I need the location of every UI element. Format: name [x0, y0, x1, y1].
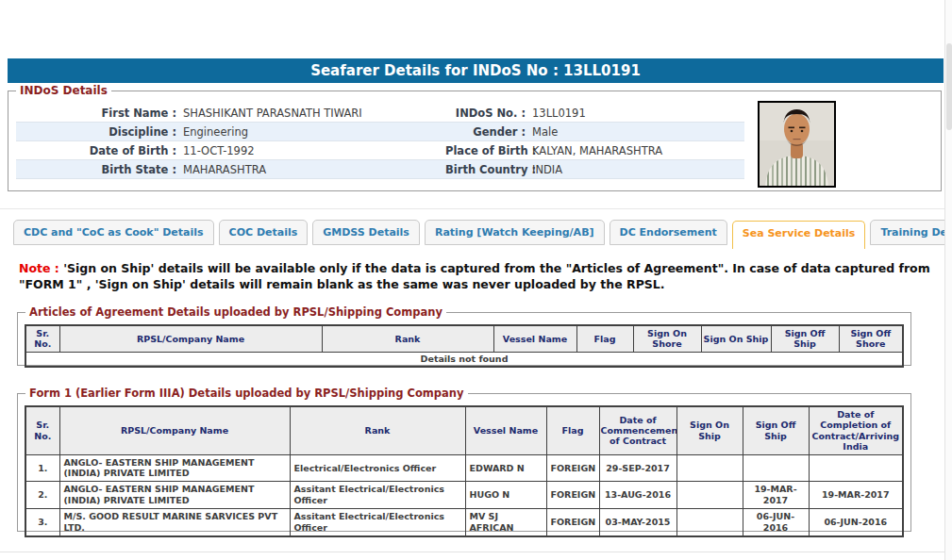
column-header: Sign On Ship [676, 406, 743, 454]
column-header: RPSL/Company Name [59, 406, 290, 454]
table-row: 3. M/S. GOOD RESULT MARINE SARVICES PVT … [25, 509, 903, 536]
tab-training-details[interactable]: Training Details [870, 220, 952, 245]
indos-row-first-name: First Name : SHASHIKANT PARASNATH TIWARI… [16, 104, 744, 123]
field-label: Discipline : [16, 125, 176, 139]
field-label: Birth Country : [445, 163, 526, 176]
articles-legend: Articles of Agreement Details uploaded b… [25, 305, 446, 319]
indos-row-date-of-birth: Date of Birth : 11-OCT-1992 Place of Bir… [16, 141, 744, 160]
field-label: Place of Birth : [445, 144, 526, 157]
cell-completion-date: 19-MAR-2017 [809, 482, 903, 509]
column-header: Rank [322, 325, 493, 352]
note-text: Note : 'Sign on Ship' details will be av… [19, 261, 932, 292]
page-title: Seafarer Details for INDoS No : 13LL0191 [8, 58, 944, 83]
indos-field-rows: First Name : SHASHIKANT PARASNATH TIWARI… [16, 104, 744, 179]
cell-sr-no: 2. [25, 482, 59, 509]
tab-rating-watch-keeping-ab[interactable]: Rating [Watch Keeping/AB] [425, 220, 605, 245]
scrollbar-thumb[interactable] [946, 43, 952, 130]
cell-company: ANGLO- EASTERN SHIP MANAGEMENT (INDIA) P… [59, 482, 290, 509]
cell-rank: Assitant Electrical/Electronics Officer [290, 482, 465, 509]
table-row: 1. ANGLO- EASTERN SHIP MANAGEMENT (INDIA… [25, 454, 903, 482]
tab-sea-service-details[interactable]: Sea Service Details [732, 221, 866, 249]
cell-sign-off-ship [743, 454, 809, 482]
column-header: Sr. No. [25, 325, 59, 352]
cell-sr-no: 1. [25, 454, 59, 482]
tab-strip: CDC and "CoC as Cook" Details COC Detail… [13, 220, 952, 245]
column-header: Flag [576, 325, 633, 352]
empty-message: Details not found [25, 352, 903, 367]
cell-vessel-name: HUGO N [465, 482, 546, 509]
indos-row-discipline: Discipline : Engineering Gender : Male [16, 123, 744, 141]
cell-flag: FOREIGN [546, 454, 599, 482]
column-header: Sign On Shore [633, 325, 701, 352]
field-label: First Name : [16, 107, 176, 120]
tab-dc-endorsement[interactable]: DC Endorsement [610, 220, 727, 245]
note-label: Note : [19, 261, 59, 275]
cell-sign-on-ship [676, 482, 743, 509]
cell-rank: Electrical/Electronics Officer [290, 454, 465, 482]
indos-details-legend: INDoS Details [16, 84, 111, 97]
seafarer-photo [758, 101, 836, 188]
cell-vessel-name: MV SJ AFRICAN [465, 509, 546, 536]
field-value: 13LL0191 [526, 107, 744, 120]
field-label: Date of Birth : [16, 144, 176, 157]
field-value: Male [526, 125, 744, 139]
form1-header-row: Sr. No.RPSL/Company NameRankVessel NameF… [25, 406, 903, 454]
seafarer-details-page: Seafarer Details for INDoS No : 13LL0191… [0, 0, 952, 560]
note-body: 'Sign on Ship' details will be available… [19, 261, 930, 291]
vertical-scrollbar[interactable] [944, 0, 952, 560]
field-value: INDIA [526, 163, 744, 176]
cell-company: M/S. GOOD RESULT MARINE SARVICES PVT LTD… [59, 509, 290, 536]
articles-header-row: Sr. No.RPSL/Company NameRankVessel NameF… [25, 325, 903, 352]
cell-company: ANGLO- EASTERN SHIP MANAGEMENT (INDIA) P… [59, 454, 290, 482]
form1-table-body: 1. ANGLO- EASTERN SHIP MANAGEMENT (INDIA… [25, 454, 903, 536]
form1-section: Form 1 (Earlier Form IIIA) Details uploa… [17, 387, 911, 532]
cell-sign-on-ship [676, 509, 743, 536]
column-header: Vessel Name [493, 325, 576, 352]
column-header: Flag [546, 406, 599, 454]
cell-commencement-date: 03-MAY-2015 [599, 509, 676, 536]
cell-completion-date [809, 454, 903, 482]
column-header: Sign Off Ship [743, 406, 809, 454]
indos-row-birth-state: Birth State : MAHARASHTRA Birth Country … [16, 160, 744, 179]
field-value: 11-OCT-1992 [176, 144, 445, 157]
column-header: Sign Off Ship [771, 325, 839, 352]
column-header: Date of Commencement of Contract [599, 406, 676, 454]
cell-rank: Assitant Electrical/Electronics Officer [290, 509, 465, 536]
field-label: Birth State : [16, 163, 176, 176]
cell-sign-on-ship [676, 454, 743, 482]
seafarer-photo-image [760, 103, 834, 186]
cell-commencement-date: 29-SEP-2017 [599, 454, 676, 482]
column-header: Sr. No. [25, 406, 59, 454]
tab-cdc-coc-as-cook-details[interactable]: CDC and "CoC as Cook" Details [13, 220, 214, 245]
separator-line [0, 208, 944, 209]
cell-flag: FOREIGN [546, 509, 599, 536]
cell-flag: FOREIGN [546, 482, 599, 509]
field-label: INDoS No. : [445, 107, 526, 120]
tab-gmdss-details[interactable]: GMDSS Details [312, 220, 420, 245]
form1-legend: Form 1 (Earlier Form IIIA) Details uploa… [25, 387, 468, 400]
column-header: Sign On Ship [701, 325, 771, 352]
cell-completion-date: 06-JUN-2016 [809, 509, 903, 536]
cell-commencement-date: 13-AUG-2016 [599, 482, 676, 509]
field-value: MAHARASHTRA [176, 163, 445, 176]
column-header: Sign Off Shore [839, 325, 903, 352]
separator-line [0, 552, 944, 552]
field-value: SHASHIKANT PARASNATH TIWARI [176, 107, 445, 120]
field-value: KALYAN, MAHARASHTRA [526, 144, 744, 157]
cell-sign-off-ship: 19-MAR-2017 [743, 482, 809, 509]
tab-coc-details[interactable]: COC Details [219, 220, 309, 245]
cell-sr-no: 3. [25, 509, 59, 536]
cell-sign-off-ship: 06-JUN-2016 [743, 509, 809, 536]
field-value: Engineering [176, 125, 445, 139]
articles-table: Sr. No.RPSL/Company NameRankVessel NameF… [25, 324, 904, 368]
cell-vessel-name: EDWARD N [465, 454, 546, 482]
articles-empty-row: Details not found [25, 352, 903, 367]
table-row: 2. ANGLO- EASTERN SHIP MANAGEMENT (INDIA… [25, 482, 903, 509]
column-header: Vessel Name [465, 406, 546, 454]
articles-of-agreement-section: Articles of Agreement Details uploaded b… [17, 305, 911, 366]
column-header: RPSL/Company Name [59, 325, 322, 352]
column-header: Rank [290, 406, 465, 454]
column-header: Date of Completion of Contract/Arriving … [809, 406, 903, 454]
form1-table: Sr. No.RPSL/Company NameRankVessel NameF… [25, 405, 904, 537]
field-label: Gender : [445, 125, 526, 139]
